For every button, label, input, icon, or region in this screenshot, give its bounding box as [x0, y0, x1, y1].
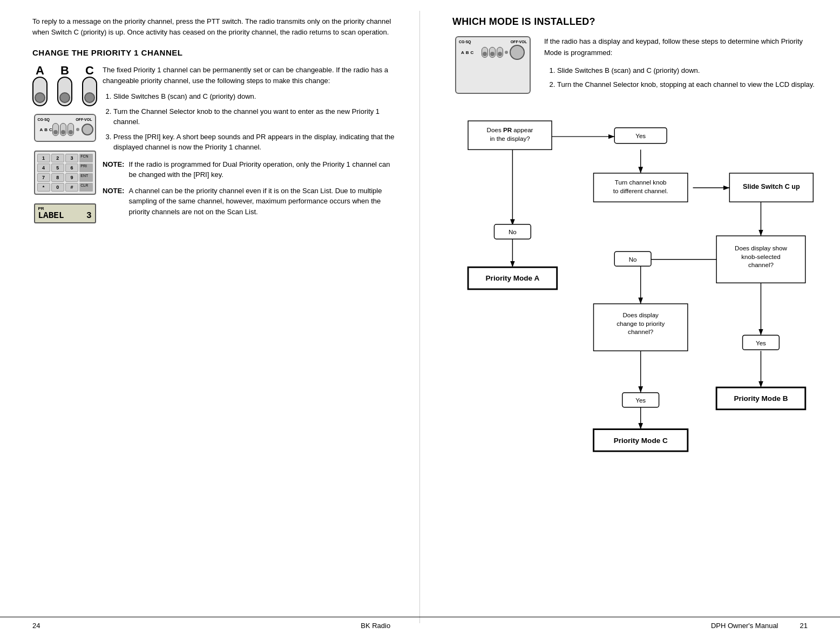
keypad-area: 1 2 3 FCN 4 5 6 PRI 7 8 9 ENT * 0	[34, 151, 96, 195]
wm-radio-dot	[505, 51, 508, 54]
svg-rect-41	[622, 393, 659, 407]
mini-switch-a	[52, 123, 59, 136]
svg-text:Priority Mode B: Priority Mode B	[734, 394, 788, 403]
right-column: WHICH MODE IS INSTALLED? CG·SQOFF·VOL AB…	[420, 11, 840, 623]
radio-illustration: A B C	[32, 65, 97, 223]
svg-text:Does display: Does display	[622, 311, 659, 318]
switch-b-label: B	[57, 65, 72, 77]
svg-rect-16	[614, 128, 667, 144]
switch-a-body	[32, 77, 48, 106]
footer-left-page: 24	[32, 622, 40, 630]
key-7: 7	[37, 173, 50, 182]
key-fcn: FCN	[79, 154, 92, 162]
key-2: 2	[51, 154, 64, 162]
svg-rect-33	[594, 304, 688, 351]
note-1-text: If the radio is programmed for Dual Prio…	[128, 159, 398, 180]
switch-a-label: A	[32, 65, 48, 77]
switch-b-knob	[59, 92, 70, 103]
svg-rect-25	[468, 267, 557, 289]
intro-text: To reply to a message on the priority ch…	[32, 16, 398, 37]
step-2: Turn the Channel Selector knob to the ch…	[113, 106, 398, 127]
svg-text:change to priority: change to priority	[617, 320, 665, 327]
radio-indicator-dot	[76, 128, 79, 131]
footer-center: BK Radio	[361, 622, 390, 630]
note-2-block: NOTE: A channel can be the priority chan…	[103, 186, 398, 217]
instructions-intro: The fixed Priority 1 channel can be perm…	[103, 65, 398, 86]
svg-text:to different channel.: to different channel.	[613, 187, 668, 194]
svg-rect-27	[716, 236, 805, 283]
svg-rect-39	[716, 387, 805, 410]
svg-text:knob-selected: knob-selected	[741, 253, 780, 260]
flowchart-svg: Does PR appear in the display? Yes Turn …	[452, 105, 818, 472]
flowchart: Does PR appear in the display? Yes Turn …	[452, 105, 818, 472]
svg-text:Priority Mode C: Priority Mode C	[614, 437, 668, 445]
svg-text:Slide Switch C up: Slide Switch C up	[743, 183, 800, 190]
footer-right-page: 21	[800, 622, 808, 630]
which-mode-radio-illustration: CG·SQOFF·VOL ABC	[452, 36, 533, 94]
svg-rect-31	[614, 251, 651, 266]
switch-c-knob	[84, 92, 95, 103]
display-pr-indicator: PR	[38, 206, 92, 211]
svg-text:Yes: Yes	[635, 397, 646, 404]
instructions-text: The fixed Priority 1 channel can be perm…	[103, 65, 398, 223]
radio-vol-knob	[82, 124, 93, 135]
which-mode-intro: CG·SQOFF·VOL ABC	[452, 36, 818, 94]
svg-text:Does PR appear: Does PR appear	[487, 127, 533, 134]
keypad-grid: 1 2 3 FCN 4 5 6 PRI 7 8 9 ENT * 0	[37, 154, 93, 192]
which-mode-text-block: If the radio has a display and keypad, f…	[544, 36, 818, 94]
svg-rect-13	[468, 121, 552, 149]
step-1: Slide Switches B (scan) and C (priority)…	[113, 91, 398, 102]
svg-text:channel?: channel?	[628, 328, 654, 335]
key-hash: #	[65, 183, 78, 192]
svg-text:Turn channel knob: Turn channel knob	[615, 179, 667, 186]
wm-radio-knob	[510, 45, 525, 60]
svg-rect-21	[729, 173, 813, 202]
svg-text:channel?: channel?	[748, 261, 774, 268]
key-4: 4	[37, 163, 50, 172]
svg-text:No: No	[629, 256, 637, 263]
instructions-steps-list: Slide Switches B (scan) and C (priority)…	[103, 91, 398, 153]
lcd-display: PR LABEL 3	[34, 203, 96, 223]
change-priority-heading: CHANGE THE PRIORITY 1 CHANNEL	[32, 48, 398, 57]
key-0: 0	[51, 183, 64, 192]
key-3: 3	[65, 154, 78, 162]
wm-step-2: Turn the Channel Selector knob, stopping…	[557, 79, 818, 91]
key-9: 9	[65, 173, 78, 182]
svg-text:Priority Mode A: Priority Mode A	[486, 275, 540, 283]
svg-text:in the display?: in the display?	[490, 135, 530, 142]
svg-text:No: No	[509, 228, 517, 235]
key-pri: PRI	[79, 163, 92, 172]
step-3: Press the [PRI] key. A short beep sounds…	[113, 132, 398, 153]
key-1: 1	[37, 154, 50, 162]
key-5: 5	[51, 163, 64, 172]
mini-switch-b	[60, 123, 66, 136]
display-channel-num: 3	[86, 211, 92, 221]
which-mode-steps: Slide Switches B (scan) and C (priority)…	[544, 65, 818, 91]
wm-switch-a	[482, 47, 488, 58]
key-8: 8	[51, 173, 64, 182]
key-6: 6	[65, 163, 78, 172]
svg-rect-18	[594, 173, 688, 202]
key-star: *	[37, 183, 50, 192]
key-ent: ENT	[79, 173, 92, 182]
svg-rect-37	[743, 335, 780, 350]
switch-b-body	[57, 77, 72, 106]
key-clr: CLR	[79, 183, 92, 192]
wm-switch-b	[489, 47, 496, 58]
radio-device: CG·SQ OFF·VOL A B C	[34, 114, 96, 142]
footer-right-text: DPH Owner's Manual	[711, 622, 778, 630]
which-mode-radio-body: CG·SQOFF·VOL ABC	[455, 36, 531, 94]
note-1-block: NOTE: If the radio is programmed for Dua…	[103, 159, 398, 180]
abc-switches: A B C	[32, 65, 97, 106]
svg-text:Does display show: Does display show	[735, 244, 787, 251]
note-2-label: NOTE:	[103, 186, 124, 217]
page-footer: 24 BK Radio DPH Owner's Manual 21	[0, 617, 840, 634]
note-1-label: NOTE:	[103, 159, 124, 180]
wm-switch-c	[497, 47, 503, 58]
wm-step-1: Slide Switches B (scan) and C (priority)…	[557, 65, 818, 77]
mini-switch-c	[67, 123, 74, 136]
display-channel-label: LABEL	[38, 211, 64, 221]
switch-a-knob	[35, 92, 45, 103]
which-mode-heading: WHICH MODE IS INSTALLED?	[452, 16, 818, 28]
which-mode-intro-text: If the radio has a display and keypad, f…	[544, 36, 818, 59]
